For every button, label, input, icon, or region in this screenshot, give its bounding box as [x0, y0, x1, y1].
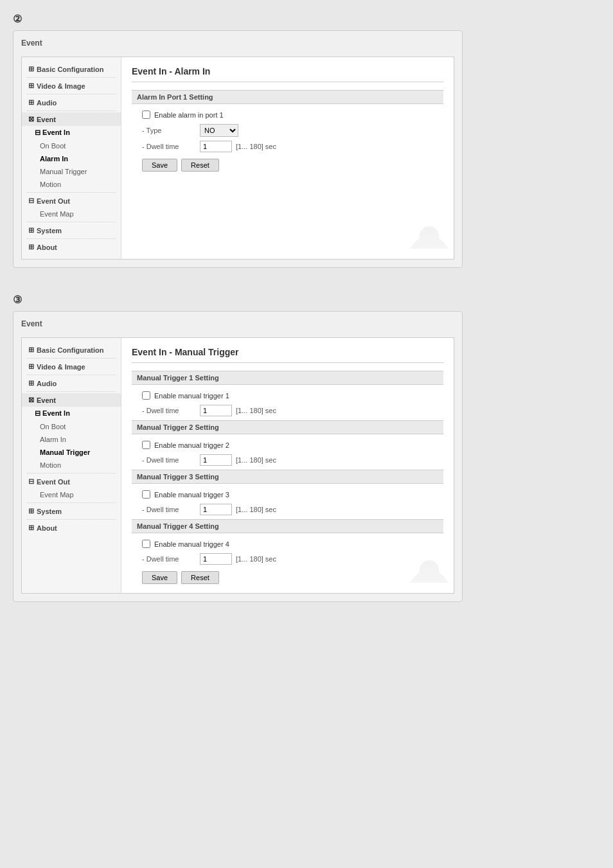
trigger-dwell-row-4: - Dwell time [1... 180] sec [132, 553, 443, 565]
sidebar-video-image-3[interactable]: ⊞ Video & Image [22, 360, 121, 373]
enable-alarm-checkbox-row: Enable alarm in port 1 [132, 111, 443, 119]
panel-3: Event ⊞ Basic Configuration ⊞ Video & Im… [13, 311, 463, 602]
trigger-dwell-input-3[interactable] [200, 504, 232, 515]
system-icon-3: ⊞ [28, 507, 34, 515]
sidebar-motion-3[interactable]: Motion [22, 459, 121, 472]
manual-trigger-section-4: Manual Trigger 4 Setting Enable manual t… [132, 519, 443, 565]
sidebar-video-image-2[interactable]: ⊞ Video & Image [22, 79, 121, 93]
reset-button-2[interactable]: Reset [181, 159, 219, 172]
save-button-2[interactable]: Save [142, 159, 177, 172]
panel-2-title: Event [21, 39, 454, 50]
sidebar-event-map-2[interactable]: Event Map [22, 208, 121, 220]
enable-trigger-checkbox-row-3: Enable manual trigger 3 [132, 490, 443, 499]
sidebar-event-in-2[interactable]: ⊟ Event In [22, 126, 121, 139]
reset-button-3[interactable]: Reset [181, 571, 219, 584]
btn-row-2: Save Reset [132, 159, 443, 172]
trigger-dwell-row-2: - Dwell time [1... 180] sec [132, 454, 443, 466]
dwell-input[interactable] [200, 141, 232, 152]
audio-icon-3: ⊞ [28, 379, 34, 387]
sidebar-manual-trigger-2[interactable]: Manual Trigger [22, 165, 121, 178]
sidebar-event-out-2[interactable]: ⊟ Event Out [22, 194, 121, 208]
section-2-marker: ② [13, 13, 600, 25]
trigger-section-label-4: Manual Trigger 4 Setting [132, 519, 443, 533]
sidebar-motion-2[interactable]: Motion [22, 178, 121, 191]
video-image-icon-2: ⊞ [28, 82, 34, 90]
sidebar-basic-config-3[interactable]: ⊞ Basic Configuration [22, 343, 121, 357]
trigger-dwell-label-1: - Dwell time [142, 407, 200, 414]
sidebar-system-3[interactable]: ⊞ System [22, 504, 121, 518]
sidebar-alarm-in-3[interactable]: Alarm In [22, 433, 121, 446]
enable-trigger-checkbox-1[interactable] [142, 391, 150, 400]
sidebar-2: ⊞ Basic Configuration ⊞ Video & Image ⊞ … [22, 57, 121, 259]
content-3: Event In - Manual Trigger Manual Trigger… [121, 338, 454, 593]
trigger-dwell-hint-2: [1... 180] sec [236, 456, 276, 464]
btn-row-3: Save Reset [132, 571, 443, 584]
sidebar-basic-config-2[interactable]: ⊞ Basic Configuration [22, 62, 121, 76]
enable-trigger-label-3: Enable manual trigger 3 [154, 491, 229, 499]
enable-trigger-label-4: Enable manual trigger 4 [154, 540, 229, 548]
type-select[interactable]: NO NC [200, 124, 238, 137]
manual-trigger-section-3: Manual Trigger 3 Setting Enable manual t… [132, 470, 443, 515]
manual-trigger-section-2: Manual Trigger 2 Setting Enable manual t… [132, 420, 443, 466]
enable-trigger-checkbox-3[interactable] [142, 490, 150, 499]
sidebar-audio-3[interactable]: ⊞ Audio [22, 376, 121, 390]
system-icon-2: ⊞ [28, 226, 34, 235]
trigger-dwell-hint-4: [1... 180] sec [236, 555, 276, 563]
enable-trigger-label-1: Enable manual trigger 1 [154, 392, 229, 400]
enable-trigger-checkbox-4[interactable] [142, 540, 150, 548]
sidebar-event-3[interactable]: ⊠ Event [22, 393, 121, 407]
sidebar-alarm-in-2[interactable]: Alarm In [22, 152, 121, 165]
enable-alarm-label: Enable alarm in port 1 [154, 111, 224, 119]
sidebar-about-3[interactable]: ⊞ About [22, 521, 121, 535]
event-icon-3: ⊠ [28, 396, 34, 404]
dwell-label: - Dwell time [142, 143, 200, 150]
enable-trigger-checkbox-row-2: Enable manual trigger 2 [132, 441, 443, 449]
alarm-in-section-label: Alarm In Port 1 Setting [132, 90, 443, 104]
trigger-dwell-label-3: - Dwell time [142, 506, 200, 513]
sidebar-manual-trigger-3[interactable]: Manual Trigger [22, 446, 121, 459]
event-out-icon-2: ⊟ [28, 197, 34, 205]
trigger-section-label-2: Manual Trigger 2 Setting [132, 420, 443, 434]
panel-2: Event ⊞ Basic Configuration ⊞ Video & Im… [13, 30, 463, 268]
trigger-dwell-row-3: - Dwell time [1... 180] sec [132, 504, 443, 515]
content-title-2: Event In - Alarm In [132, 66, 443, 82]
type-row: - Type NO NC [132, 124, 443, 137]
trigger-dwell-label-4: - Dwell time [142, 555, 200, 563]
watermark-2 [410, 213, 449, 254]
type-label: - Type [142, 127, 200, 134]
enable-trigger-label-2: Enable manual trigger 2 [154, 441, 229, 449]
trigger-dwell-hint-1: [1... 180] sec [236, 407, 276, 414]
manual-trigger-section-1: Manual Trigger 1 Setting Enable manual t… [132, 371, 443, 416]
sidebar-about-2[interactable]: ⊞ About [22, 240, 121, 254]
sidebar-on-boot-3[interactable]: On Boot [22, 420, 121, 433]
content-2: Event In - Alarm In Alarm In Port 1 Sett… [121, 57, 454, 259]
about-icon-3: ⊞ [28, 524, 34, 532]
enable-trigger-checkbox-2[interactable] [142, 441, 150, 449]
trigger-dwell-input-1[interactable] [200, 405, 232, 416]
trigger-dwell-input-4[interactable] [200, 553, 232, 565]
basic-config-icon-2: ⊞ [28, 65, 34, 73]
sidebar-audio-2[interactable]: ⊞ Audio [22, 96, 121, 109]
event-icon-2: ⊠ [28, 115, 34, 123]
content-title-3: Event In - Manual Trigger [132, 347, 443, 363]
sidebar-event-out-3[interactable]: ⊟ Event Out [22, 475, 121, 488]
sidebar-3: ⊞ Basic Configuration ⊞ Video & Image ⊞ … [22, 338, 121, 593]
enable-alarm-checkbox[interactable] [142, 111, 150, 119]
dwell-hint: [1... 180] sec [236, 143, 276, 150]
about-icon-2: ⊞ [28, 243, 34, 251]
panel-3-title: Event [21, 319, 454, 331]
sidebar-event-2[interactable]: ⊠ Event [22, 112, 121, 126]
sidebar-event-in-3[interactable]: ⊟ Event In [22, 407, 121, 420]
sidebar-on-boot-2[interactable]: On Boot [22, 139, 121, 152]
trigger-dwell-label-2: - Dwell time [142, 456, 200, 464]
sidebar-system-2[interactable]: ⊞ System [22, 224, 121, 237]
event-out-icon-3: ⊟ [28, 477, 34, 486]
sidebar-event-map-3[interactable]: Event Map [22, 488, 121, 501]
watermark-3 [410, 547, 449, 588]
enable-trigger-checkbox-row-4: Enable manual trigger 4 [132, 540, 443, 548]
trigger-dwell-input-2[interactable] [200, 454, 232, 466]
save-button-3[interactable]: Save [142, 571, 177, 584]
video-image-icon-3: ⊞ [28, 362, 34, 371]
trigger-dwell-hint-3: [1... 180] sec [236, 506, 276, 513]
dwell-row: - Dwell time [1... 180] sec [132, 141, 443, 152]
